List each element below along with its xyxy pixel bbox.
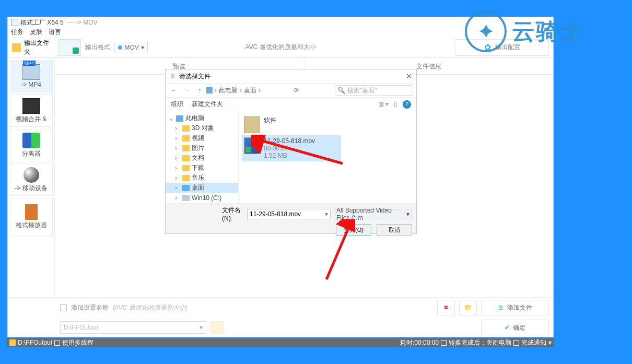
search-input[interactable]: 🔍 搜索"桌面" <box>335 85 413 96</box>
folder-icon <box>12 43 21 52</box>
browse-output-button[interactable] <box>210 321 224 334</box>
add-file-button[interactable]: 🗎 添加文件 <box>481 300 549 315</box>
output-format-label: 输出格式 <box>85 43 110 52</box>
tool-mp4[interactable]: -> MP4 <box>10 60 53 92</box>
window-title: 格式工厂 X64 5 <box>20 18 64 27</box>
file-item-video[interactable]: 11-29-05-818.mov 00:00:07 1.52 MB <box>242 135 341 161</box>
remove-button[interactable]: ✖ <box>437 300 455 315</box>
format-select[interactable]: MOV ▾ <box>114 42 148 53</box>
status-path: D:\FFOutput <box>18 339 52 346</box>
add-preset-name-label: 添加设置名称 <box>71 303 109 312</box>
add-file-label: 添加文件 <box>507 303 532 312</box>
tool-player-label: 格式播放器 <box>16 221 47 230</box>
dialog-tree: ⌄此电脑 ›3D 对象 ›视频 ›图片 ›文档 ›下载 ›音乐 ›桌面 ›Win… <box>166 111 239 203</box>
cancel-button[interactable]: 取消 <box>377 224 412 236</box>
folder-icon <box>182 165 190 171</box>
tool-merge-label: 视频合并 & <box>16 115 46 124</box>
elapsed-label: 耗时: <box>400 338 414 347</box>
statusbar: D:\FFOutput 使用多线程 耗时: 00:00:00 转换完成后：关闭电… <box>7 338 554 347</box>
filename-input[interactable]: 11-29-05-818.mov ▾ <box>247 209 331 219</box>
output-folder-button[interactable]: 输出文件夹 <box>8 39 55 56</box>
dialog-navbar: ← → ↑ › 此电脑 › 桌面 › ⟳ 🔍 搜索"桌面" <box>166 83 416 98</box>
add-preset-name-checkbox[interactable] <box>60 304 67 311</box>
tree-this-pc[interactable]: ⌄此电脑 <box>166 113 238 123</box>
watermark: ✦ 云骑士 <box>465 5 632 57</box>
sidebar: -> MP4 视频合并 & 分离器 -> 移动设备 格式播放器 <box>8 58 55 297</box>
watermark-text: 云骑士 <box>512 16 584 47</box>
forward-button[interactable]: → <box>182 87 193 94</box>
folder-icon <box>182 175 190 181</box>
dialog-file-list: 软件 11-29-05-818.mov 00:00:07 1.52 MB <box>239 111 416 203</box>
tree-documents[interactable]: ›文档 <box>166 153 238 163</box>
preset-name-value: [AVC 最优化的质量和大小] <box>113 303 187 312</box>
tree-desktop[interactable]: ›桌面 <box>166 183 238 193</box>
organize-menu[interactable]: 组织 <box>171 100 183 109</box>
dropdown-icon[interactable]: ▾ <box>548 339 552 346</box>
add-folder-button[interactable]: 📁 <box>459 300 477 315</box>
help-button[interactable]: ? <box>403 100 411 109</box>
tree-music[interactable]: ›音乐 <box>166 173 238 183</box>
tool-device[interactable]: -> 移动设备 <box>10 163 53 196</box>
breadcrumb[interactable]: › 此电脑 › 桌面 › <box>206 86 261 95</box>
file-open-dialog: 🗎 请选择文件 ✕ ← → ↑ › 此电脑 › 桌面 › ⟳ 🔍 搜索"桌面" … <box>165 69 417 234</box>
tool-merge[interactable]: 视频合并 & <box>10 95 53 127</box>
crumb-desktop[interactable]: 桌面 <box>244 86 256 95</box>
tree-videos[interactable]: ›视频 <box>166 133 238 143</box>
folder-icon <box>182 135 190 142</box>
output-format-icon[interactable] <box>58 39 81 56</box>
new-folder-button[interactable]: 新建文件夹 <box>192 100 223 109</box>
preset-title: AVC 最优化的质量和大小 <box>245 43 315 52</box>
format-selected-label: MOV <box>124 44 138 51</box>
refresh-button[interactable]: ⟳ <box>294 87 299 94</box>
ok-label: 确定 <box>513 323 525 332</box>
dialog-footer: 文件名(N): 11-29-05-818.mov ▾ All Supported… <box>166 203 416 233</box>
ok-button[interactable]: ✔ 确定 <box>481 320 549 335</box>
folder-plus-icon: 📁 <box>464 304 472 311</box>
video-thumb-icon <box>244 137 260 154</box>
open-button[interactable]: 打开(O) <box>336 224 371 236</box>
back-button[interactable]: ← <box>169 87 179 94</box>
tree-downloads[interactable]: ›下载 <box>166 163 238 173</box>
chevron-down-icon: ▾ <box>200 324 203 331</box>
filename-label: 文件名(N): <box>222 206 244 222</box>
notify-checkbox[interactable] <box>513 340 519 346</box>
tool-mp4-label: -> MP4 <box>21 81 41 88</box>
output-path-select[interactable]: D:\FFOutput ▾ <box>60 321 206 334</box>
chevron-down-icon: ▾ <box>325 210 328 218</box>
preview-pane-button[interactable]: ▯ <box>394 100 397 109</box>
mp4-icon <box>22 64 40 80</box>
disc-icon <box>24 167 39 183</box>
dialog-icon: 🗎 <box>170 73 176 80</box>
search-placeholder: 搜索"桌面" <box>347 86 377 95</box>
chevron-down-icon: ▾ <box>141 44 144 51</box>
file-item-name: 11-29-05-818.mov <box>264 137 315 145</box>
after-done-checkbox[interactable] <box>441 340 447 346</box>
file-item-size: 1.52 MB <box>264 152 315 159</box>
close-button[interactable]: ✕ <box>406 72 412 80</box>
tree-pictures[interactable]: ›图片 <box>166 143 238 153</box>
filename-value: 11-29-05-818.mov <box>250 210 301 218</box>
player-icon <box>25 204 38 220</box>
file-item-folder[interactable]: 软件 <box>242 114 341 135</box>
crumb-pc[interactable]: 此电脑 <box>219 86 238 95</box>
title-crumb: ⋯ -> MOV <box>68 19 98 26</box>
tree-3d-objects[interactable]: ›3D 对象 <box>166 123 238 133</box>
tree-c-drive[interactable]: ›Win10 (C:) <box>166 193 238 203</box>
menu-lang[interactable]: 语言 <box>49 28 61 37</box>
taskbar-thumbs <box>0 285 1 332</box>
filter-value: All Supported Video Files (*.m <box>336 207 406 221</box>
menu-task[interactable]: 任务 <box>11 28 24 37</box>
menu-skin[interactable]: 皮肤 <box>30 28 42 37</box>
tool-device-label: -> 移动设备 <box>15 184 47 193</box>
tool-splitter[interactable]: 分离器 <box>10 129 53 161</box>
file-plus-icon: 🗎 <box>498 304 504 311</box>
up-button[interactable]: ↑ <box>196 87 203 94</box>
after-done-label: 转换完成后：关闭电脑 <box>449 338 511 347</box>
watermark-logo: ✦ <box>465 10 507 52</box>
chevron-down-icon: ▾ <box>406 210 409 218</box>
dialog-toolbar: 组织 新建文件夹 ▥ ▾ ▯ ? <box>166 98 416 111</box>
view-mode-button[interactable]: ▥ ▾ <box>378 100 389 109</box>
tool-player[interactable]: 格式播放器 <box>10 198 53 236</box>
filetype-filter[interactable]: All Supported Video Files (*.m ▾ <box>334 209 412 219</box>
multithread-checkbox[interactable] <box>54 340 60 346</box>
